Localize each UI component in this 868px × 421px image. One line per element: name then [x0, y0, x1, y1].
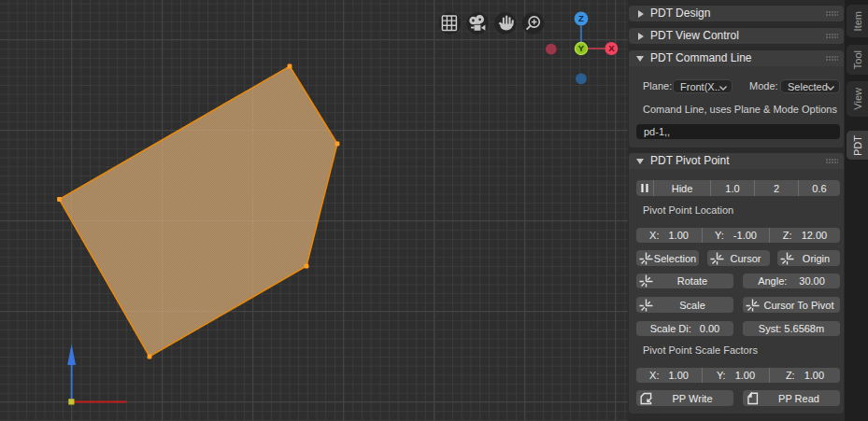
svg-text:Z: Z [578, 13, 584, 23]
svg-text:Y: Y [578, 43, 585, 53]
svg-text:X: X [608, 43, 615, 53]
